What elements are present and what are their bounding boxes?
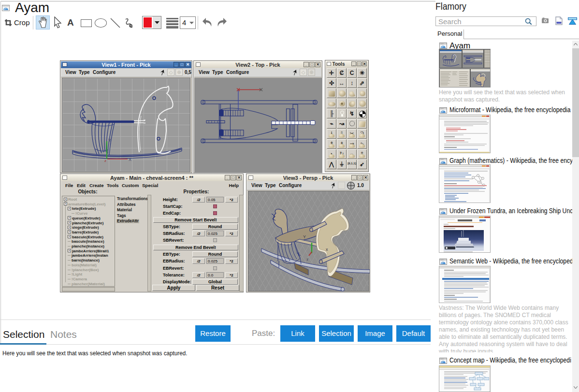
svg-text:x: x	[326, 247, 328, 252]
svg-text:z: z	[104, 159, 106, 163]
svg-text:Y: Y	[303, 234, 306, 239]
svg-text:z: z	[306, 257, 308, 261]
svg-text:X: X	[129, 157, 131, 162]
svg-text:Y: Y	[108, 138, 111, 143]
